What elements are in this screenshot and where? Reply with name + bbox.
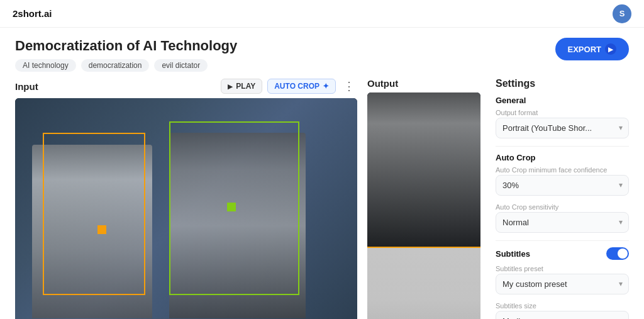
output-panel-title: Output (367, 78, 398, 89)
output-video-area (367, 92, 480, 319)
tag-evil[interactable]: evil dictator (154, 59, 208, 72)
face-confidence-select[interactable]: 30% (496, 175, 629, 196)
output-panel: Output (367, 78, 480, 319)
more-options-button[interactable]: ⋮ (341, 78, 357, 94)
subtitles-toggle[interactable] (606, 247, 629, 260)
topbar: 2short.ai S (0, 0, 644, 28)
input-panel-header: Input ▶ PLAY AUTO CROP ✦ ⋮ (15, 78, 357, 94)
avatar[interactable]: S (613, 4, 631, 23)
subtitles-size-select[interactable]: Medium (496, 311, 629, 319)
sensitivity-label: Auto Crop sensitivity (496, 203, 629, 211)
subtitles-size-wrapper: Subtitles size Medium (496, 302, 629, 319)
subtitles-preset-label: Subtitles preset (496, 265, 629, 272)
face-confidence-wrapper: Auto Crop minimum face confidence 30% (496, 166, 629, 196)
output-format-wrapper: Output format Portrait (YouTube Shor... (496, 109, 629, 138)
input-panel: Input ▶ PLAY AUTO CROP ✦ ⋮ (15, 78, 357, 319)
general-section-title: General (496, 96, 629, 105)
video-background (15, 98, 357, 319)
page-title: Democratization of AI Technology (15, 38, 237, 54)
tags-container: AI technology democratization evil dicta… (15, 59, 237, 72)
selection-box-left (43, 133, 145, 295)
tag-democratization[interactable]: democratization (81, 59, 150, 72)
section-divider-1 (496, 146, 629, 147)
auto-crop-section-title: Auto Crop (496, 153, 629, 162)
input-controls: ▶ PLAY AUTO CROP ✦ ⋮ (221, 78, 357, 94)
output-figure-top (367, 92, 480, 247)
sensitivity-select[interactable]: Normal (496, 212, 629, 233)
subtitles-preset-wrapper: Subtitles preset My custom preset (496, 265, 629, 294)
output-top-frame (367, 92, 480, 247)
export-button[interactable]: EXPORT ▶ (555, 38, 629, 60)
input-panel-title: Input (15, 81, 38, 92)
face-dot-right (227, 203, 236, 211)
face-confidence-label: Auto Crop minimum face confidence (496, 166, 629, 174)
output-panel-header: Output (367, 78, 480, 89)
output-format-select[interactable]: Portrait (YouTube Shor... (496, 118, 629, 138)
subtitles-preset-select[interactable]: My custom preset (496, 274, 629, 294)
auto-crop-button[interactable]: AUTO CROP ✦ (267, 79, 336, 94)
input-video-area (15, 98, 357, 319)
header-row: Democratization of AI Technology AI tech… (15, 38, 629, 72)
export-arrow-icon: ▶ (605, 43, 616, 55)
main-content: Democratization of AI Technology AI tech… (0, 28, 644, 319)
columns: Input ▶ PLAY AUTO CROP ✦ ⋮ (15, 78, 629, 319)
subtitles-size-label: Subtitles size (496, 302, 629, 310)
header-left: Democratization of AI Technology AI tech… (15, 38, 237, 72)
settings-title: Settings (496, 78, 629, 89)
play-icon: ▶ (228, 83, 233, 90)
subtitles-section-title: Subtitles (496, 249, 530, 259)
output-format-label: Output format (496, 109, 629, 116)
crop-icon: ✦ (323, 82, 329, 91)
settings-panel: Settings General Output format Portrait … (491, 78, 629, 319)
sensitivity-wrapper: Auto Crop sensitivity Normal (496, 203, 629, 233)
logo: 2short.ai (13, 8, 52, 19)
play-button[interactable]: ▶ PLAY (221, 79, 262, 94)
output-figure-bottom (367, 248, 480, 319)
tag-ai[interactable]: AI technology (15, 59, 76, 72)
face-dot-left (97, 225, 106, 234)
output-bottom-frame (367, 248, 480, 319)
section-divider-2 (496, 240, 629, 241)
subtitles-header: Subtitles (496, 247, 629, 260)
